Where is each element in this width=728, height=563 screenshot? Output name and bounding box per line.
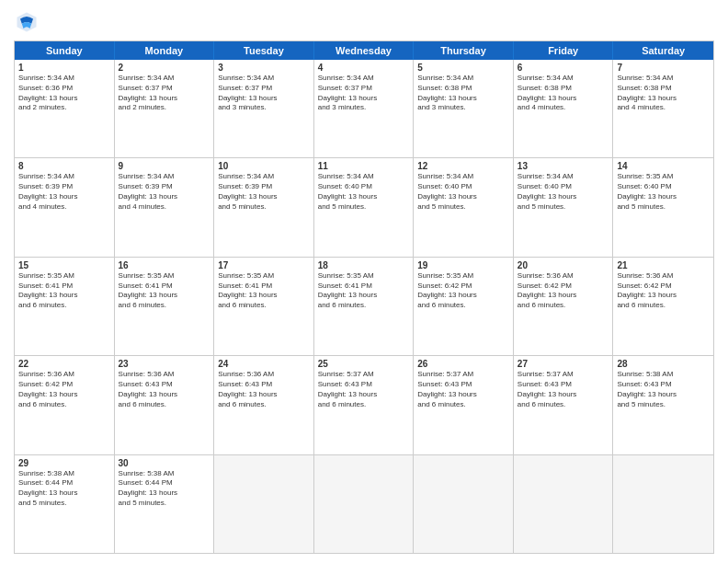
- day-number: 13: [518, 161, 609, 171]
- calendar-cell-2: 2Sunrise: 5:34 AMSunset: 6:37 PMDaylight…: [115, 60, 215, 157]
- cell-data: Sunrise: 5:34 AMSunset: 6:38 PMDaylight:…: [518, 74, 609, 113]
- calendar-header-saturday: Saturday: [613, 41, 713, 60]
- calendar-cell-19: 19Sunrise: 5:35 AMSunset: 6:42 PMDayligh…: [414, 258, 514, 355]
- day-number: 22: [18, 359, 110, 369]
- calendar-cell-16: 16Sunrise: 5:35 AMSunset: 6:41 PMDayligh…: [115, 258, 215, 355]
- calendar-cell-empty-6: [613, 455, 713, 553]
- day-number: 5: [417, 63, 509, 73]
- calendar: SundayMondayTuesdayWednesdayThursdayFrid…: [14, 40, 714, 554]
- calendar-header-monday: Monday: [115, 41, 215, 60]
- day-number: 8: [18, 161, 110, 171]
- cell-data: Sunrise: 5:38 AMSunset: 6:44 PMDaylight:…: [119, 469, 210, 509]
- calendar-cell-12: 12Sunrise: 5:34 AMSunset: 6:40 PMDayligh…: [414, 158, 514, 256]
- calendar-cell-23: 23Sunrise: 5:36 AMSunset: 6:43 PMDayligh…: [115, 356, 215, 454]
- calendar-cell-14: 14Sunrise: 5:35 AMSunset: 6:40 PMDayligh…: [613, 158, 713, 256]
- calendar-row-1: 8Sunrise: 5:34 AMSunset: 6:39 PMDaylight…: [15, 158, 713, 257]
- cell-data: Sunrise: 5:36 AMSunset: 6:42 PMDaylight:…: [617, 271, 710, 311]
- cell-data: Sunrise: 5:34 AMSunset: 6:39 PMDaylight:…: [218, 172, 310, 212]
- cell-data: Sunrise: 5:35 AMSunset: 6:41 PMDaylight:…: [218, 271, 310, 311]
- calendar-cell-18: 18Sunrise: 5:35 AMSunset: 6:41 PMDayligh…: [314, 258, 415, 355]
- cell-data: Sunrise: 5:37 AMSunset: 6:43 PMDaylight:…: [417, 370, 509, 409]
- calendar-cell-10: 10Sunrise: 5:34 AMSunset: 6:39 PMDayligh…: [214, 158, 314, 256]
- logo: [14, 9, 43, 35]
- calendar-cell-25: 25Sunrise: 5:37 AMSunset: 6:43 PMDayligh…: [314, 356, 415, 454]
- day-number: 16: [119, 260, 210, 270]
- calendar-cell-24: 24Sunrise: 5:36 AMSunset: 6:43 PMDayligh…: [214, 356, 314, 454]
- calendar-cell-7: 7Sunrise: 5:34 AMSunset: 6:38 PMDaylight…: [613, 60, 713, 157]
- page: SundayMondayTuesdayWednesdayThursdayFrid…: [0, 0, 728, 563]
- day-number: 26: [417, 359, 509, 369]
- day-number: 23: [119, 359, 210, 369]
- calendar-cell-29: 29Sunrise: 5:38 AMSunset: 6:44 PMDayligh…: [15, 455, 115, 553]
- day-number: 1: [18, 63, 110, 73]
- cell-data: Sunrise: 5:35 AMSunset: 6:41 PMDaylight:…: [318, 271, 410, 311]
- cell-data: Sunrise: 5:34 AMSunset: 6:36 PMDaylight:…: [18, 74, 110, 113]
- day-number: 9: [119, 161, 210, 171]
- day-number: 30: [119, 458, 210, 468]
- calendar-header: SundayMondayTuesdayWednesdayThursdayFrid…: [15, 41, 713, 60]
- cell-data: Sunrise: 5:34 AMSunset: 6:40 PMDaylight:…: [318, 172, 410, 212]
- day-number: 28: [617, 359, 710, 369]
- day-number: 18: [318, 260, 410, 270]
- cell-data: Sunrise: 5:36 AMSunset: 6:42 PMDaylight:…: [18, 370, 110, 409]
- calendar-cell-empty-4: [414, 455, 514, 553]
- calendar-cell-17: 17Sunrise: 5:35 AMSunset: 6:41 PMDayligh…: [214, 258, 314, 355]
- calendar-row-2: 15Sunrise: 5:35 AMSunset: 6:41 PMDayligh…: [15, 258, 713, 356]
- day-number: 11: [318, 161, 410, 171]
- day-number: 25: [318, 359, 410, 369]
- calendar-row-0: 1Sunrise: 5:34 AMSunset: 6:36 PMDaylight…: [15, 60, 713, 158]
- cell-data: Sunrise: 5:34 AMSunset: 6:37 PMDaylight:…: [318, 74, 410, 113]
- cell-data: Sunrise: 5:35 AMSunset: 6:42 PMDaylight:…: [417, 271, 509, 311]
- cell-data: Sunrise: 5:34 AMSunset: 6:37 PMDaylight:…: [119, 74, 210, 113]
- day-number: 29: [18, 458, 110, 468]
- calendar-cell-11: 11Sunrise: 5:34 AMSunset: 6:40 PMDayligh…: [314, 158, 415, 256]
- day-number: 12: [417, 161, 509, 171]
- cell-data: Sunrise: 5:35 AMSunset: 6:40 PMDaylight:…: [617, 172, 710, 212]
- cell-data: Sunrise: 5:38 AMSunset: 6:43 PMDaylight:…: [617, 370, 710, 409]
- day-number: 4: [318, 63, 410, 73]
- day-number: 14: [617, 161, 710, 171]
- cell-data: Sunrise: 5:34 AMSunset: 6:38 PMDaylight:…: [617, 74, 710, 113]
- logo-icon: [14, 9, 40, 35]
- calendar-cell-1: 1Sunrise: 5:34 AMSunset: 6:36 PMDaylight…: [15, 60, 115, 157]
- calendar-body: 1Sunrise: 5:34 AMSunset: 6:36 PMDaylight…: [15, 60, 713, 553]
- cell-data: Sunrise: 5:37 AMSunset: 6:43 PMDaylight:…: [318, 370, 410, 409]
- calendar-header-friday: Friday: [514, 41, 614, 60]
- day-number: 21: [617, 260, 710, 270]
- day-number: 19: [417, 260, 509, 270]
- calendar-cell-9: 9Sunrise: 5:34 AMSunset: 6:39 PMDaylight…: [115, 158, 215, 256]
- cell-data: Sunrise: 5:34 AMSunset: 6:40 PMDaylight:…: [518, 172, 609, 212]
- calendar-cell-28: 28Sunrise: 5:38 AMSunset: 6:43 PMDayligh…: [613, 356, 713, 454]
- cell-data: Sunrise: 5:35 AMSunset: 6:41 PMDaylight:…: [119, 271, 210, 311]
- calendar-cell-5: 5Sunrise: 5:34 AMSunset: 6:38 PMDaylight…: [414, 60, 514, 157]
- calendar-cell-empty-5: [514, 455, 614, 553]
- calendar-cell-27: 27Sunrise: 5:37 AMSunset: 6:43 PMDayligh…: [514, 356, 614, 454]
- calendar-header-thursday: Thursday: [414, 41, 514, 60]
- calendar-cell-6: 6Sunrise: 5:34 AMSunset: 6:38 PMDaylight…: [514, 60, 614, 157]
- calendar-cell-15: 15Sunrise: 5:35 AMSunset: 6:41 PMDayligh…: [15, 258, 115, 355]
- calendar-cell-26: 26Sunrise: 5:37 AMSunset: 6:43 PMDayligh…: [414, 356, 514, 454]
- cell-data: Sunrise: 5:34 AMSunset: 6:38 PMDaylight:…: [417, 74, 509, 113]
- calendar-cell-4: 4Sunrise: 5:34 AMSunset: 6:37 PMDaylight…: [314, 60, 415, 157]
- cell-data: Sunrise: 5:34 AMSunset: 6:39 PMDaylight:…: [119, 172, 210, 212]
- calendar-row-4: 29Sunrise: 5:38 AMSunset: 6:44 PMDayligh…: [15, 455, 713, 553]
- day-number: 6: [518, 63, 609, 73]
- calendar-header-wednesday: Wednesday: [314, 41, 415, 60]
- day-number: 17: [218, 260, 310, 270]
- cell-data: Sunrise: 5:36 AMSunset: 6:42 PMDaylight:…: [518, 271, 609, 311]
- day-number: 24: [218, 359, 310, 369]
- cell-data: Sunrise: 5:34 AMSunset: 6:39 PMDaylight:…: [18, 172, 110, 212]
- calendar-cell-21: 21Sunrise: 5:36 AMSunset: 6:42 PMDayligh…: [613, 258, 713, 355]
- header: [14, 9, 714, 35]
- calendar-cell-3: 3Sunrise: 5:34 AMSunset: 6:37 PMDaylight…: [214, 60, 314, 157]
- day-number: 3: [218, 63, 310, 73]
- day-number: 27: [518, 359, 609, 369]
- day-number: 20: [518, 260, 609, 270]
- cell-data: Sunrise: 5:34 AMSunset: 6:40 PMDaylight:…: [417, 172, 509, 212]
- calendar-cell-empty-2: [214, 455, 314, 553]
- calendar-header-sunday: Sunday: [15, 41, 115, 60]
- calendar-cell-30: 30Sunrise: 5:38 AMSunset: 6:44 PMDayligh…: [115, 455, 215, 553]
- cell-data: Sunrise: 5:35 AMSunset: 6:41 PMDaylight:…: [18, 271, 110, 311]
- cell-data: Sunrise: 5:34 AMSunset: 6:37 PMDaylight:…: [218, 74, 310, 113]
- calendar-cell-empty-3: [314, 455, 415, 553]
